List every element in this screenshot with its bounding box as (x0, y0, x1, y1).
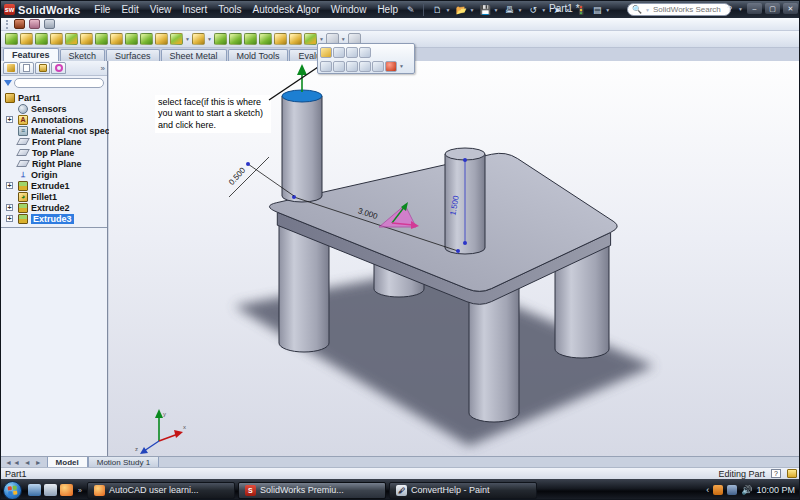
graphics-viewport[interactable]: 1.500 3.000 0.500 (109, 61, 800, 456)
dimxpert-tab-icon[interactable] (51, 62, 66, 74)
appearance-icon[interactable] (385, 61, 397, 72)
tree-item-extrude1[interactable]: +Extrude1 (1, 180, 107, 191)
tree-item-front-plane[interactable]: Front Plane (1, 136, 107, 147)
swept-cut-icon[interactable] (125, 33, 138, 45)
undo-caret[interactable]: ▼ (541, 7, 546, 13)
save-caret[interactable]: ▼ (493, 7, 498, 13)
tree-item-extrude3[interactable]: +Extrude3 (1, 213, 107, 224)
tab-sketch[interactable]: Sketch (60, 49, 106, 61)
menu-window[interactable]: Window (326, 2, 372, 17)
boundary-boss-icon[interactable] (65, 33, 78, 45)
expand-box[interactable]: + (6, 204, 13, 211)
curves-caret[interactable]: ▼ (341, 36, 346, 42)
save-icon[interactable]: 💾 (479, 4, 491, 16)
tree-item-material[interactable]: ≡Material <not specified> (1, 125, 107, 136)
linear-pattern-icon[interactable] (192, 33, 205, 45)
firefox-quicklaunch-icon[interactable] (60, 484, 73, 496)
tall-boss-cylinder[interactable] (282, 90, 322, 202)
open-caret[interactable]: ▼ (469, 7, 474, 13)
expand-box[interactable]: + (6, 116, 13, 123)
rib-icon[interactable] (214, 33, 227, 45)
restore-button[interactable]: ▢ (765, 3, 780, 14)
assembly-tool-icon[interactable] (14, 19, 25, 29)
propertymanager-tab-icon[interactable] (19, 62, 34, 74)
tab-sheet-metal[interactable]: Sheet Metal (161, 49, 227, 61)
menu-edit[interactable]: Edit (116, 2, 143, 17)
featuremanager-tab-icon[interactable] (3, 62, 18, 74)
render-tool-icon[interactable] (29, 19, 40, 29)
toolbar-grip[interactable] (6, 20, 9, 29)
undo-icon[interactable]: ↺ (527, 4, 539, 16)
window-switcher-icon[interactable] (44, 484, 57, 496)
normal-to-icon[interactable] (333, 47, 345, 58)
zoom-to-selection-icon[interactable] (320, 61, 332, 72)
anchor-icon[interactable] (372, 61, 384, 72)
extruded-boss-icon[interactable] (5, 33, 18, 45)
tree-item-fillet1[interactable]: ◕Fillet1 (1, 191, 107, 202)
menu-help[interactable]: Help (372, 2, 403, 17)
tree-item-origin[interactable]: ⟘Origin (1, 169, 107, 180)
rotate-view-icon[interactable] (333, 61, 345, 72)
configurationmanager-tab-icon[interactable] (35, 62, 50, 74)
revolved-boss-icon[interactable] (20, 33, 33, 45)
lofted-cut-icon[interactable] (140, 33, 153, 45)
network-icon[interactable] (727, 485, 737, 495)
tray-app-icon[interactable] (713, 485, 723, 495)
quick-tips-icon[interactable]: ? (771, 469, 781, 478)
minimize-button[interactable]: – (747, 3, 762, 14)
hide-show-icon[interactable] (346, 47, 358, 58)
menu-tools[interactable]: Tools (213, 2, 246, 17)
menu-autodesk-algor[interactable]: Autodesk Algor (248, 2, 325, 17)
menu-insert[interactable]: Insert (177, 2, 212, 17)
search-input[interactable] (653, 5, 726, 14)
close-button[interactable]: ✕ (783, 3, 798, 14)
pin-menu-icon[interactable]: ✎ (407, 5, 415, 15)
new-document-icon[interactable]: 🗋 (432, 4, 444, 16)
draft-icon[interactable] (229, 33, 242, 45)
search-caret[interactable]: ▼ (645, 7, 650, 13)
leg-front[interactable] (469, 286, 519, 422)
tab-motion-study[interactable]: Motion Study 1 (88, 457, 159, 468)
tab-features[interactable]: Features (3, 48, 59, 61)
new-caret[interactable]: ▼ (446, 7, 451, 13)
reference-geometry-icon[interactable] (304, 33, 317, 45)
shell-icon[interactable] (244, 33, 257, 45)
lofted-boss-icon[interactable] (50, 33, 63, 45)
taskbar-window-autocad[interactable]: AutoCAD user learni... (87, 482, 235, 499)
help-caret[interactable]: ▼ (738, 6, 743, 12)
search-box[interactable]: 🔍 ▼ (627, 3, 731, 16)
select-other-icon[interactable] (359, 47, 371, 58)
tree-item-sensors[interactable]: Sensors (1, 103, 107, 114)
expand-box[interactable]: + (6, 215, 13, 222)
pattern-caret[interactable]: ▼ (207, 36, 212, 42)
reference-caret[interactable]: ▼ (319, 36, 324, 42)
hole-wizard-icon[interactable] (95, 33, 108, 45)
extruded-cut-icon[interactable] (80, 33, 93, 45)
print-caret[interactable]: ▼ (517, 7, 522, 13)
fillet-caret[interactable]: ▼ (185, 36, 190, 42)
tree-item-annotations[interactable]: +AAnnotations (1, 114, 107, 125)
swept-boss-icon[interactable] (35, 33, 48, 45)
menu-view[interactable]: View (145, 2, 177, 17)
revolved-cut-icon[interactable] (110, 33, 123, 45)
print-icon[interactable]: 🖶 (503, 4, 515, 16)
tray-chevron[interactable]: ‹ (706, 485, 709, 495)
taskbar-window-paint[interactable]: 🖌 ConvertHelp - Paint (389, 482, 537, 499)
panel-expand-chevron[interactable]: » (101, 64, 105, 73)
show-desktop-icon[interactable] (28, 484, 41, 496)
motion-tool-icon[interactable] (44, 19, 55, 29)
wrap-icon[interactable] (259, 33, 272, 45)
chamfer-icon[interactable] (170, 33, 183, 45)
sketch-icon[interactable] (320, 47, 332, 58)
volume-icon[interactable]: 🔊 (741, 485, 752, 495)
help-icon[interactable]: ? (727, 4, 732, 14)
tree-item-extrude2[interactable]: +Extrude2 (1, 202, 107, 213)
tree-item-top-plane[interactable]: Top Plane (1, 147, 107, 158)
tree-item-part[interactable]: Part1 (1, 92, 107, 103)
tab-model[interactable]: Model (47, 457, 88, 468)
fillet-icon[interactable] (155, 33, 168, 45)
pan-icon[interactable] (346, 61, 358, 72)
appearance-caret[interactable]: ▼ (399, 63, 404, 69)
tab-surfaces[interactable]: Surfaces (106, 49, 160, 61)
tab-mold-tools[interactable]: Mold Tools (228, 49, 289, 61)
